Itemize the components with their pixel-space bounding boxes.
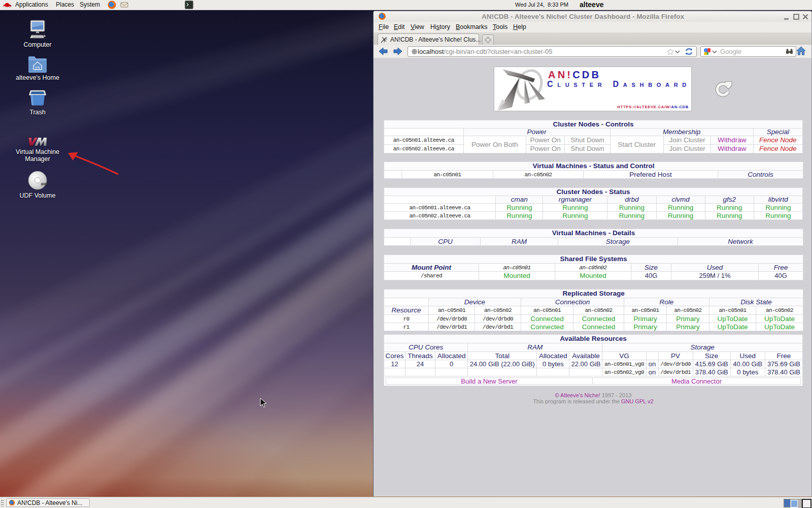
svg-text:DVD: DVD: [41, 182, 47, 185]
